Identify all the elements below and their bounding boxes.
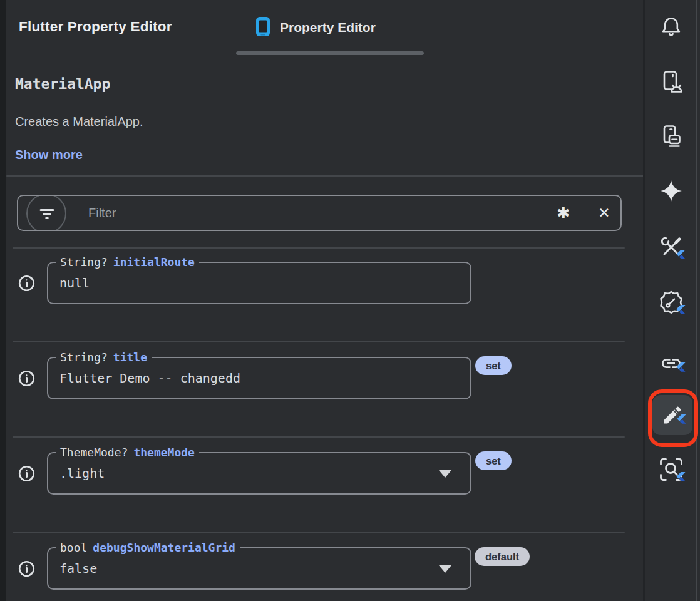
flutter-devtools-button[interactable]	[657, 234, 685, 261]
status-badge-set: set	[475, 451, 512, 470]
property-name: title	[113, 351, 147, 364]
flutter-logo-mark	[676, 362, 686, 374]
property-value[interactable]: null	[59, 275, 90, 290]
connected-devices-button[interactable]	[657, 123, 685, 150]
property-dropdown-themeMode[interactable]: ThemeMode?themeMode .light	[47, 452, 471, 495]
chevron-down-icon[interactable]	[439, 565, 451, 573]
widget-name: MaterialApp	[15, 76, 110, 92]
panel-title: Flutter Property Editor	[19, 19, 172, 35]
app-quality-insights-button[interactable]	[657, 289, 685, 316]
gemini-sparkle-icon[interactable]	[657, 177, 685, 205]
widget-description: Creates a MaterialApp.	[15, 115, 143, 129]
show-more-link[interactable]: Show more	[15, 148, 83, 162]
deep-links-button[interactable]	[657, 346, 685, 374]
match-asterisk-icon[interactable]: ✱	[554, 196, 573, 230]
flutter-logo-mark	[676, 250, 686, 262]
panel-left-edge	[0, 0, 6, 601]
property-label: String?title	[56, 351, 152, 364]
property-type: bool	[60, 541, 87, 554]
row-divider	[13, 532, 625, 533]
flutter-logo-mark	[676, 472, 686, 484]
info-icon[interactable]	[18, 275, 35, 292]
chevron-down-icon[interactable]	[439, 470, 451, 478]
phone-icon	[255, 16, 270, 39]
toolbar-divider	[643, 0, 645, 601]
property-type: ThemeMode?	[60, 446, 128, 459]
tab-property-editor[interactable]: Property Editor	[255, 15, 376, 40]
flutter-logo-mark	[676, 305, 686, 317]
notifications-button[interactable]	[657, 14, 685, 41]
flutter-logo-mark	[677, 414, 686, 426]
property-name: initialRoute	[113, 255, 195, 269]
clear-filter-icon[interactable]: ✕	[595, 196, 614, 230]
info-icon[interactable]	[18, 465, 35, 482]
device-manager-button[interactable]	[657, 68, 685, 96]
filter-input[interactable]	[88, 196, 520, 230]
row-divider	[13, 436, 625, 438]
property-name: debugShowMaterialGrid	[93, 541, 235, 554]
property-input-initialRoute[interactable]: String?initialRoute null	[47, 262, 471, 304]
property-value[interactable]: Flutter Demo -- changedd	[59, 371, 240, 386]
property-name: themeMode	[133, 446, 195, 459]
filter-field[interactable]: ✱ ✕	[17, 195, 622, 231]
status-badge-set: set	[475, 356, 512, 375]
row-divider	[13, 247, 625, 249]
property-value: false	[59, 561, 97, 576]
info-icon[interactable]	[18, 370, 35, 387]
row-divider	[13, 341, 625, 342]
property-type: String?	[60, 255, 108, 269]
property-editor-button[interactable]	[652, 395, 692, 435]
property-label: String?initialRoute	[56, 255, 199, 269]
info-icon[interactable]	[18, 560, 35, 577]
filter-icon	[39, 206, 55, 225]
section-divider	[6, 175, 644, 177]
property-value: .light	[59, 466, 105, 481]
tab-label: Property Editor	[280, 20, 376, 35]
property-label: booldebugShowMaterialGrid	[56, 541, 240, 554]
property-input-title[interactable]: String?title Flutter Demo -- changedd	[47, 357, 471, 399]
tab-active-indicator	[236, 51, 424, 55]
window-edge	[696, 0, 697, 601]
flutter-property-editor-panel: Flutter Property Editor Property Editor …	[0, 0, 700, 601]
status-badge-default: default	[475, 547, 530, 566]
property-dropdown-debugShowMaterialGrid[interactable]: booldebugShowMaterialGrid false	[47, 547, 471, 590]
widget-inspector-button[interactable]	[657, 456, 685, 483]
property-type: String?	[60, 351, 108, 364]
property-label: ThemeMode?themeMode	[56, 446, 199, 459]
